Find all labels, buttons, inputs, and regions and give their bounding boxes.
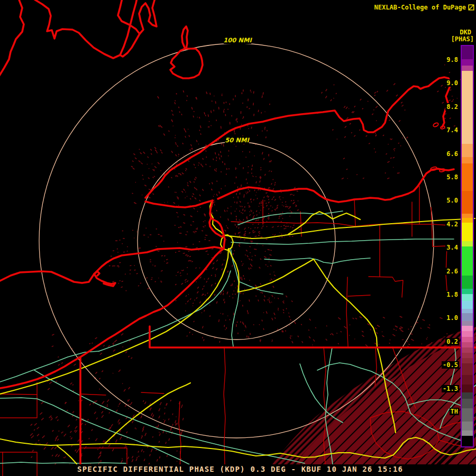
colorbar-segment <box>462 337 473 342</box>
colorbar-tick-label: 8.2 <box>445 103 459 111</box>
colorbar-segment <box>462 301 473 309</box>
colorbar-segment <box>462 422 473 431</box>
map-canvas: 100 NMI50 NMI <box>0 0 476 476</box>
colorbar-tick-label: 6.6 <box>445 150 459 158</box>
colorbar-segment <box>462 313 473 321</box>
colorbar-tick-label: 1.8 <box>445 291 459 298</box>
colorbar-segment <box>462 436 473 446</box>
colorbar-segment <box>462 399 473 408</box>
colorbar-segment <box>462 392 473 399</box>
colorbar-tick-label: 2.6 <box>445 268 459 275</box>
colorbar-segment <box>462 294 473 301</box>
colorbar-tick-label: 7.4 <box>445 126 459 134</box>
colorbar-tick-label: -0.5 <box>442 361 459 369</box>
colorbar-segment <box>462 347 473 353</box>
range-ring-50 <box>138 142 335 340</box>
shoreline-layer <box>0 0 454 388</box>
colorbar-tick-label: 0.2 <box>445 338 459 345</box>
colorbar-segment <box>462 71 473 144</box>
units-label: [PHAS] <box>451 35 474 43</box>
colorbar-segment <box>462 375 473 385</box>
colorbar-segment <box>462 59 473 66</box>
radar-viewer: 100 NMI50 NMI SPECIFIC DIFFERENTIAL PHAS… <box>0 0 476 476</box>
colorbar-segment <box>462 241 473 246</box>
site-title-label: NEXLAB-College of DuPage <box>374 4 466 11</box>
colorbar-segment <box>462 353 473 358</box>
colorbar-tick-label: 3.4 <box>445 244 459 251</box>
colorbar-segment <box>462 331 473 337</box>
colorbar-segment <box>462 157 473 163</box>
colorbar-segment <box>462 342 473 347</box>
colorbar-segment <box>462 66 473 71</box>
product-code-label: DKD <box>459 29 472 36</box>
island-outline <box>433 122 439 127</box>
colorbar-segment <box>462 46 473 59</box>
colorbar-segment <box>462 218 473 223</box>
colorbar-tick-label: 5.8 <box>445 173 459 181</box>
colorbar-th-label: TH <box>450 408 459 415</box>
colorbar-segment <box>462 223 473 241</box>
colorbar-segment <box>462 408 473 422</box>
colorbar-tick-label: 9.8 <box>445 56 459 63</box>
colorbar-segment <box>462 163 473 191</box>
cod-logo-icon <box>468 4 474 11</box>
colorbar-segment <box>462 276 473 289</box>
colorbar-segment <box>462 431 473 436</box>
colorbar-segment <box>462 358 473 363</box>
page-title: NEXLAB-College of DuPage <box>374 4 474 11</box>
colorbar <box>461 45 474 447</box>
ring-label-50: 50 NMI <box>225 136 250 144</box>
colorbar-tick-label: 9.0 <box>445 79 459 87</box>
colorbar-tick-label: 5.0 <box>445 197 459 204</box>
colorbar-segment <box>462 191 473 214</box>
colorbar-segment <box>462 246 473 276</box>
colorbar-tick-label: -1.3 <box>442 385 459 392</box>
colorbar-segment <box>462 214 473 218</box>
colorbar-segment <box>462 363 473 375</box>
caption-text: SPECIFIC DIFFERENTIAL PHASE (KDP) 0.3 DE… <box>77 465 403 473</box>
colorbar-tick-label: 4.2 <box>445 221 459 228</box>
island-layer <box>430 122 445 172</box>
ring-label-100: 100 NMI <box>223 36 252 44</box>
colorbar-segment <box>462 321 473 326</box>
colorbar-segment <box>462 289 473 294</box>
colorbar-segment <box>462 385 473 392</box>
colorbar-segment <box>462 326 473 331</box>
colorbar-tick-label: 1.0 <box>445 314 459 322</box>
colorbar-segment <box>462 144 473 157</box>
colorbar-segment <box>462 309 473 313</box>
